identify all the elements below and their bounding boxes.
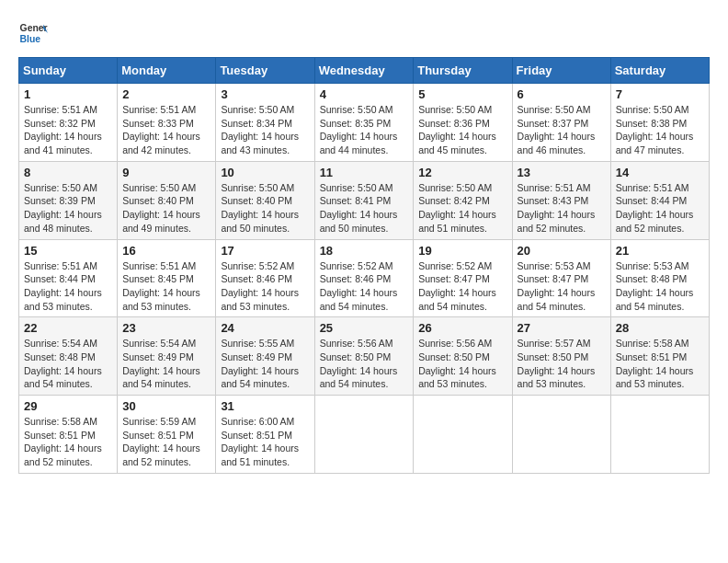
cell-content: Sunrise: 6:00 AMSunset: 8:51 PMDaylight:… [221,415,309,469]
col-header-monday: Monday [118,58,216,84]
header-row: SundayMondayTuesdayWednesdayThursdayFrid… [19,58,710,84]
day-cell: 31Sunrise: 6:00 AMSunset: 8:51 PMDayligh… [216,396,314,474]
day-number: 30 [122,399,210,413]
day-cell: 6Sunrise: 5:50 AMSunset: 8:37 PMDaylight… [512,84,610,162]
day-number: 1 [24,87,112,101]
logo: General Blue [18,18,48,48]
week-row-5: 29Sunrise: 5:58 AMSunset: 8:51 PMDayligh… [19,396,710,474]
cell-content: Sunrise: 5:51 AMSunset: 8:44 PMDaylight:… [616,181,704,236]
day-number: 7 [616,87,704,101]
calendar-table: SundayMondayTuesdayWednesdayThursdayFrid… [18,57,710,474]
day-number: 3 [221,87,309,101]
day-number: 26 [418,321,506,335]
day-number: 5 [418,87,506,101]
day-cell: 18Sunrise: 5:52 AMSunset: 8:46 PMDayligh… [314,239,414,317]
day-number: 16 [122,244,210,258]
col-header-tuesday: Tuesday [216,58,314,84]
cell-content: Sunrise: 5:50 AMSunset: 8:40 PMDaylight:… [221,181,309,236]
col-header-saturday: Saturday [610,58,709,84]
cell-content: Sunrise: 5:50 AMSunset: 8:41 PMDaylight:… [320,181,409,236]
day-number: 19 [418,244,506,258]
cell-content: Sunrise: 5:53 AMSunset: 8:47 PMDaylight:… [518,259,606,314]
day-cell: 2Sunrise: 5:51 AMSunset: 8:33 PMDaylight… [118,84,216,162]
day-number: 20 [518,244,606,258]
cell-content: Sunrise: 5:54 AMSunset: 8:49 PMDaylight:… [122,337,210,391]
cell-content: Sunrise: 5:50 AMSunset: 8:36 PMDaylight:… [418,103,506,157]
day-cell: 22Sunrise: 5:54 AMSunset: 8:48 PMDayligh… [19,317,118,396]
cell-content: Sunrise: 5:52 AMSunset: 8:47 PMDaylight:… [418,259,506,314]
cell-content: Sunrise: 5:51 AMSunset: 8:33 PMDaylight:… [122,103,210,157]
cell-content: Sunrise: 5:55 AMSunset: 8:49 PMDaylight:… [221,337,309,391]
col-header-wednesday: Wednesday [314,58,414,84]
day-cell: 24Sunrise: 5:55 AMSunset: 8:49 PMDayligh… [216,317,314,396]
day-number: 23 [122,321,210,335]
cell-content: Sunrise: 5:52 AMSunset: 8:46 PMDaylight:… [320,259,409,314]
week-row-3: 15Sunrise: 5:51 AMSunset: 8:44 PMDayligh… [19,239,710,317]
col-header-thursday: Thursday [414,58,512,84]
cell-content: Sunrise: 5:52 AMSunset: 8:46 PMDaylight:… [221,259,309,314]
cell-content: Sunrise: 5:56 AMSunset: 8:50 PMDaylight:… [418,337,506,391]
cell-content: Sunrise: 5:50 AMSunset: 8:42 PMDaylight:… [418,181,506,236]
cell-content: Sunrise: 5:50 AMSunset: 8:34 PMDaylight:… [221,103,309,157]
day-cell [414,396,512,474]
cell-content: Sunrise: 5:50 AMSunset: 8:39 PMDaylight:… [24,181,112,236]
cell-content: Sunrise: 5:51 AMSunset: 8:32 PMDaylight:… [24,103,112,157]
day-cell: 17Sunrise: 5:52 AMSunset: 8:46 PMDayligh… [216,239,314,317]
day-cell: 25Sunrise: 5:56 AMSunset: 8:50 PMDayligh… [314,317,414,396]
day-cell: 20Sunrise: 5:53 AMSunset: 8:47 PMDayligh… [512,239,610,317]
day-cell: 12Sunrise: 5:50 AMSunset: 8:42 PMDayligh… [414,161,512,239]
day-number: 15 [24,244,112,258]
day-cell: 9Sunrise: 5:50 AMSunset: 8:40 PMDaylight… [118,161,216,239]
day-number: 25 [320,321,409,335]
day-cell [512,396,610,474]
day-cell: 3Sunrise: 5:50 AMSunset: 8:34 PMDaylight… [216,84,314,162]
cell-content: Sunrise: 5:50 AMSunset: 8:35 PMDaylight:… [320,103,409,157]
week-row-2: 8Sunrise: 5:50 AMSunset: 8:39 PMDaylight… [19,161,710,239]
day-number: 18 [320,244,409,258]
day-cell: 15Sunrise: 5:51 AMSunset: 8:44 PMDayligh… [19,239,118,317]
day-cell [314,396,414,474]
day-number: 14 [616,166,704,179]
cell-content: Sunrise: 5:50 AMSunset: 8:38 PMDaylight:… [616,103,704,157]
day-cell: 1Sunrise: 5:51 AMSunset: 8:32 PMDaylight… [19,84,118,162]
cell-content: Sunrise: 5:51 AMSunset: 8:44 PMDaylight:… [24,259,112,314]
day-number: 13 [518,166,606,179]
day-cell: 21Sunrise: 5:53 AMSunset: 8:48 PMDayligh… [610,239,709,317]
cell-content: Sunrise: 5:51 AMSunset: 8:43 PMDaylight:… [518,181,606,236]
day-number: 4 [320,87,409,101]
day-number: 12 [418,166,506,179]
day-number: 24 [221,321,309,335]
day-cell: 28Sunrise: 5:58 AMSunset: 8:51 PMDayligh… [610,317,709,396]
cell-content: Sunrise: 5:50 AMSunset: 8:40 PMDaylight:… [122,181,210,236]
cell-content: Sunrise: 5:56 AMSunset: 8:50 PMDaylight:… [320,337,409,391]
day-cell: 27Sunrise: 5:57 AMSunset: 8:50 PMDayligh… [512,317,610,396]
day-cell: 14Sunrise: 5:51 AMSunset: 8:44 PMDayligh… [610,161,709,239]
day-cell: 10Sunrise: 5:50 AMSunset: 8:40 PMDayligh… [216,161,314,239]
day-cell: 4Sunrise: 5:50 AMSunset: 8:35 PMDaylight… [314,84,414,162]
week-row-4: 22Sunrise: 5:54 AMSunset: 8:48 PMDayligh… [19,317,710,396]
day-cell: 19Sunrise: 5:52 AMSunset: 8:47 PMDayligh… [414,239,512,317]
day-cell: 16Sunrise: 5:51 AMSunset: 8:45 PMDayligh… [118,239,216,317]
day-number: 9 [122,166,210,179]
cell-content: Sunrise: 5:59 AMSunset: 8:51 PMDaylight:… [122,415,210,469]
day-number: 11 [320,166,409,179]
cell-content: Sunrise: 5:51 AMSunset: 8:45 PMDaylight:… [122,259,210,314]
day-cell: 5Sunrise: 5:50 AMSunset: 8:36 PMDaylight… [414,84,512,162]
col-header-friday: Friday [512,58,610,84]
week-row-1: 1Sunrise: 5:51 AMSunset: 8:32 PMDaylight… [19,84,710,162]
logo-icon: General Blue [18,18,48,48]
day-number: 17 [221,244,309,258]
day-cell [610,396,709,474]
day-cell: 23Sunrise: 5:54 AMSunset: 8:49 PMDayligh… [118,317,216,396]
cell-content: Sunrise: 5:58 AMSunset: 8:51 PMDaylight:… [24,415,112,469]
cell-content: Sunrise: 5:58 AMSunset: 8:51 PMDaylight:… [616,337,704,391]
day-number: 31 [221,399,309,413]
cell-content: Sunrise: 5:50 AMSunset: 8:37 PMDaylight:… [518,103,606,157]
cell-content: Sunrise: 5:54 AMSunset: 8:48 PMDaylight:… [24,337,112,391]
day-number: 10 [221,166,309,179]
svg-text:Blue: Blue [20,34,41,44]
day-cell: 11Sunrise: 5:50 AMSunset: 8:41 PMDayligh… [314,161,414,239]
day-number: 2 [122,87,210,101]
page-header: General Blue [18,18,710,48]
day-number: 28 [616,321,704,335]
